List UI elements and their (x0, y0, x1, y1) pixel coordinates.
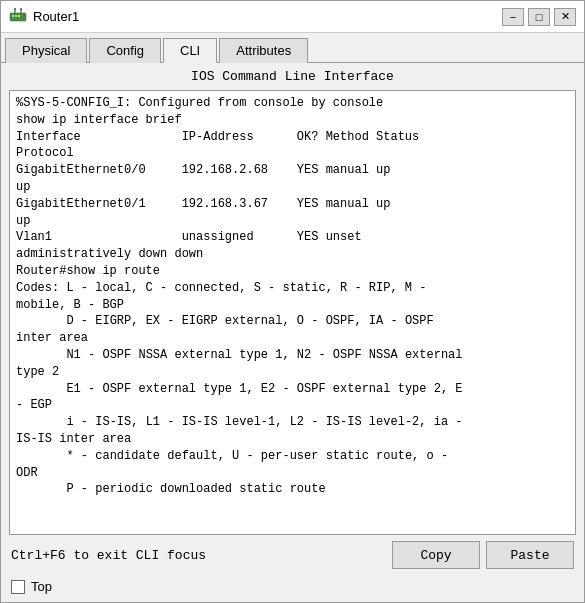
cli-output[interactable]: %SYS-5-CONFIG_I: Configured from console… (10, 91, 575, 534)
svg-rect-1 (12, 15, 14, 17)
svg-rect-3 (18, 15, 20, 17)
close-button[interactable]: ✕ (554, 8, 576, 26)
title-bar-controls: − □ ✕ (502, 8, 576, 26)
minimize-button[interactable]: − (502, 8, 524, 26)
window-title: Router1 (33, 9, 79, 24)
top-checkbox[interactable] (11, 580, 25, 594)
btn-group: Copy Paste (392, 541, 574, 569)
copy-button[interactable]: Copy (392, 541, 480, 569)
tab-bar: Physical Config CLI Attributes (1, 33, 584, 63)
tab-config[interactable]: Config (89, 38, 161, 63)
tab-cli[interactable]: CLI (163, 38, 217, 63)
router-icon (9, 8, 27, 26)
paste-button[interactable]: Paste (486, 541, 574, 569)
footer-bar: Top (1, 575, 584, 602)
cli-container[interactable]: %SYS-5-CONFIG_I: Configured from console… (9, 90, 576, 535)
section-title: IOS Command Line Interface (1, 63, 584, 90)
title-bar-left: Router1 (9, 8, 79, 26)
svg-point-7 (20, 8, 22, 10)
ctrl-hint: Ctrl+F6 to exit CLI focus (11, 548, 206, 563)
main-window: Router1 − □ ✕ Physical Config CLI Attrib… (0, 0, 585, 603)
title-bar: Router1 − □ ✕ (1, 1, 584, 33)
top-label: Top (31, 579, 52, 594)
maximize-button[interactable]: □ (528, 8, 550, 26)
tab-attributes[interactable]: Attributes (219, 38, 308, 63)
bottom-bar: Ctrl+F6 to exit CLI focus Copy Paste (1, 535, 584, 575)
svg-rect-2 (15, 15, 17, 17)
svg-point-6 (14, 8, 16, 10)
tab-physical[interactable]: Physical (5, 38, 87, 63)
